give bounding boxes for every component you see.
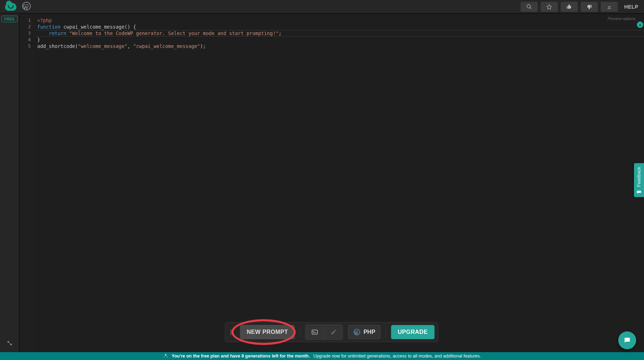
feedback-icon <box>636 190 641 195</box>
prompt-toolbar: NEW PROMPT PHP UPGRADE <box>225 322 439 342</box>
thumbs-down-icon <box>586 4 592 10</box>
sparkle-icon <box>163 353 168 359</box>
new-prompt-button[interactable]: NEW PROMPT <box>240 325 295 339</box>
free-badge: FREE <box>1 16 17 22</box>
thumbs-down-button[interactable] <box>581 2 598 12</box>
line-number: 2 <box>19 24 35 30</box>
editor-pane: 1 2 3 4 5 Preview options <?php function… <box>19 14 644 352</box>
language-label: PHP <box>364 329 375 335</box>
line-number: 4 <box>19 37 35 43</box>
toolbar-divider <box>300 327 300 337</box>
download-icon <box>606 4 612 10</box>
app-root: HELP FREE 1 2 3 4 5 <box>0 0 644 360</box>
thumbs-up-button[interactable] <box>561 2 578 12</box>
header-right: HELP <box>521 2 642 12</box>
pencil-icon <box>330 329 337 335</box>
chat-fab[interactable] <box>618 331 636 349</box>
sidebar-bottom <box>6 340 13 352</box>
wordpress-icon <box>353 329 361 336</box>
line-number: 5 <box>19 43 35 49</box>
line-number: 3 <box>19 30 35 37</box>
chat-icon <box>623 336 631 344</box>
mode-toggle-group <box>305 325 343 340</box>
terminal-icon <box>311 329 318 336</box>
avatar-initial: ● <box>639 23 641 27</box>
wordpress-logo[interactable] <box>22 2 31 12</box>
editor-overlay-label: Preview options <box>608 16 635 21</box>
thumbs-up-icon <box>566 4 572 10</box>
star-icon <box>546 4 552 10</box>
avatar[interactable]: ● <box>637 21 643 28</box>
left-sidebar: FREE <box>0 14 19 352</box>
upgrade-button[interactable]: UPGRADE <box>391 325 435 339</box>
cloud-icon <box>5 3 16 11</box>
toolbar-divider <box>386 327 386 337</box>
upgrade-banner: You're on the free plan and have 8 gener… <box>0 352 644 360</box>
favorite-button[interactable] <box>541 2 558 12</box>
app-logo[interactable] <box>5 3 16 11</box>
code-content: <?php function cwpai_welcome_message() {… <box>37 17 644 49</box>
sidebar-top: FREE <box>0 14 19 22</box>
language-selector[interactable]: PHP <box>348 325 381 339</box>
line-gutter: 1 2 3 4 5 <box>19 14 35 352</box>
code-editor[interactable]: Preview options <?php function cwpai_wel… <box>35 14 644 352</box>
expand-icon <box>6 340 13 346</box>
banner-upgrade-link[interactable]: Upgrade now for unlimited generations, a… <box>313 354 481 359</box>
download-button[interactable] <box>601 2 618 12</box>
terminal-mode-button[interactable] <box>306 325 324 339</box>
search-icon <box>526 4 532 10</box>
drag-handle[interactable] <box>229 330 235 335</box>
top-header: HELP <box>0 0 644 14</box>
svg-rect-1 <box>312 330 317 334</box>
help-link[interactable]: HELP <box>621 4 642 10</box>
banner-bold-text: You're on the free plan and have 8 gener… <box>172 354 310 359</box>
search-button[interactable] <box>521 2 538 12</box>
wordpress-icon <box>22 2 31 10</box>
feedback-label: Feedback <box>636 167 641 187</box>
fullscreen-button[interactable] <box>6 340 13 348</box>
body: FREE 1 2 3 4 5 Preview options <?php fun… <box>0 14 644 352</box>
header-left <box>2 2 31 12</box>
feedback-tab[interactable]: Feedback <box>634 163 644 197</box>
edit-mode-button[interactable] <box>324 325 343 339</box>
line-number: 1 <box>19 17 35 24</box>
